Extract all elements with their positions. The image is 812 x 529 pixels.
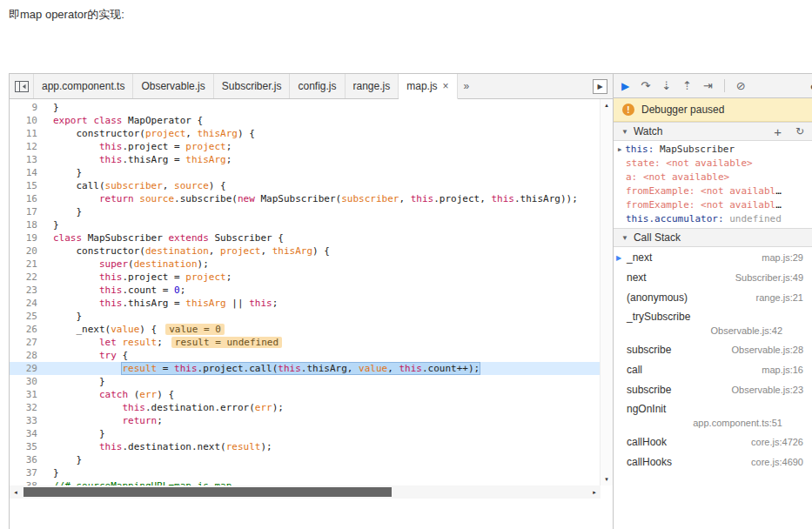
scroll-down-icon[interactable]: ▾: [601, 476, 613, 483]
watch-section-header[interactable]: ▼ Watch + ↻: [614, 122, 812, 141]
code-text[interactable]: }: [46, 101, 59, 114]
line-number[interactable]: 34: [10, 427, 46, 440]
stack-frame-call[interactable]: callmap.js:16: [614, 359, 812, 379]
code-text[interactable]: this.count = 0;: [46, 284, 185, 297]
frame-location[interactable]: core.js:4690: [744, 457, 803, 467]
code-text[interactable]: let result;result = undefined: [46, 336, 282, 349]
line-number[interactable]: 29: [10, 362, 46, 375]
stack-frame-callHooks[interactable]: callHookscore.js:4690: [614, 452, 812, 472]
line-number[interactable]: 35: [10, 440, 46, 453]
line-number[interactable]: 22: [10, 271, 46, 284]
scroll-right-icon[interactable]: ▸: [588, 489, 601, 496]
frame-location[interactable]: range.js:21: [749, 292, 803, 303]
code-text[interactable]: return source.subscribe(new MapSubscribe…: [46, 192, 578, 205]
watch-item-this.accumulator[interactable]: this.accumulator: undefined: [614, 212, 812, 226]
resume-icon[interactable]: ▶: [621, 80, 629, 92]
code-text[interactable]: }: [46, 310, 82, 323]
line-number[interactable]: 26: [10, 323, 46, 336]
code-text[interactable]: constructor(project, thisArg) {: [46, 127, 255, 140]
stack-frame-subscribe[interactable]: subscribeObservable.js:28: [614, 339, 812, 359]
frame-location[interactable]: app.component.ts:51: [627, 418, 803, 428]
watch-item-state[interactable]: state: <not available>: [614, 157, 812, 171]
scrollbar-track[interactable]: [22, 485, 588, 499]
line-number[interactable]: 14: [10, 166, 46, 179]
code-text[interactable]: catch (err) {: [46, 388, 174, 401]
code-text[interactable]: return;: [46, 414, 163, 427]
frame-location[interactable]: Observable.js:23: [724, 385, 803, 395]
code-text[interactable]: }: [46, 453, 82, 466]
step-into-icon[interactable]: ⇣: [661, 79, 671, 92]
tab-app.component.ts[interactable]: app.component.ts: [34, 74, 133, 98]
line-number[interactable]: 10: [10, 114, 46, 127]
watch-item-this[interactable]: ▶this: MapSubscriber: [614, 143, 812, 157]
tab-Subscriber.js[interactable]: Subscriber.js: [214, 74, 291, 98]
code-text[interactable]: this.project = project;: [46, 140, 232, 153]
frame-location[interactable]: Subscriber.js:49: [728, 272, 803, 283]
frame-location[interactable]: core.js:4726: [744, 437, 803, 447]
frame-location[interactable]: Observable.js:28: [724, 345, 803, 355]
tab-range.js[interactable]: range.js: [346, 74, 399, 98]
line-number[interactable]: 17: [10, 205, 46, 218]
code-text[interactable]: }: [46, 218, 59, 231]
line-number[interactable]: 12: [10, 140, 46, 153]
scroll-left-icon[interactable]: ◂: [10, 489, 22, 496]
line-number[interactable]: 24: [10, 297, 46, 310]
watch-item-fromExample[interactable]: fromExample: <not available>: [614, 184, 812, 198]
stack-frame-(anonymous)[interactable]: (anonymous)range.js:21: [614, 287, 812, 307]
code-text[interactable]: super(destination);: [46, 258, 209, 271]
call-stack-section-header[interactable]: ▼ Call Stack: [614, 228, 812, 247]
editor-horizontal-scrollbar[interactable]: ◂ ▸: [10, 485, 601, 499]
line-number[interactable]: 23: [10, 284, 46, 297]
code-text[interactable]: this.destination.error(err);: [46, 401, 284, 414]
stack-frame-ngOnInit[interactable]: ngOnInitapp.component.ts:51: [614, 399, 812, 432]
code-text[interactable]: }: [46, 427, 105, 440]
code-text[interactable]: this.destination.next(result);: [46, 440, 272, 453]
watch-item-a[interactable]: a: <not available>: [614, 171, 812, 184]
stack-frame-subscribe[interactable]: subscribeObservable.js:23: [614, 379, 812, 399]
step-over-icon[interactable]: ↷: [641, 79, 650, 92]
code-text[interactable]: call(subscriber, source) {: [46, 179, 226, 192]
code-text[interactable]: this.thisArg = thisArg || this;: [46, 297, 278, 310]
line-number[interactable]: 11: [10, 127, 46, 140]
toggle-navigator-button[interactable]: [10, 74, 34, 98]
add-watch-icon[interactable]: +: [774, 125, 782, 138]
stack-frame-_next[interactable]: ▶_nextmap.js:29: [614, 247, 812, 267]
line-number[interactable]: 15: [10, 179, 46, 192]
line-number[interactable]: 33: [10, 414, 46, 427]
line-number[interactable]: 18: [10, 218, 46, 231]
code-text[interactable]: result = this.project.call(this.thisArg,…: [46, 362, 480, 375]
code-text[interactable]: this.project = project;: [46, 271, 232, 284]
scroll-up-icon[interactable]: ▴: [601, 102, 613, 109]
tab-Observable.js[interactable]: Observable.js: [133, 74, 213, 98]
deactivate-breakpoints-icon[interactable]: ⊘: [736, 79, 746, 92]
line-number[interactable]: 20: [10, 244, 46, 258]
code-text[interactable]: this.thisArg = thisArg;: [46, 153, 232, 166]
scrollbar-thumb[interactable]: [23, 487, 392, 497]
refresh-watch-icon[interactable]: ↻: [795, 125, 804, 137]
line-number[interactable]: 21: [10, 258, 46, 271]
code-text[interactable]: try {: [46, 349, 128, 362]
frame-location[interactable]: map.js:29: [755, 252, 803, 263]
code-text[interactable]: }: [46, 375, 105, 388]
line-number[interactable]: 16: [10, 192, 46, 205]
more-tabs-chevron-icon[interactable]: »: [458, 74, 476, 98]
tab-map.js[interactable]: map.js×: [399, 74, 457, 99]
code-text[interactable]: _next(value) {value = 0: [46, 323, 225, 336]
line-number[interactable]: 30: [10, 375, 46, 388]
watch-item-fromExample[interactable]: fromExample: <not available>: [614, 198, 812, 212]
code-text[interactable]: }: [46, 166, 82, 179]
line-number[interactable]: 13: [10, 153, 46, 166]
expand-icon[interactable]: ▶: [618, 143, 621, 157]
tab-close-icon[interactable]: ×: [443, 80, 449, 92]
line-number[interactable]: 37: [10, 466, 46, 479]
step-icon[interactable]: ⇥: [703, 79, 713, 92]
code-text[interactable]: export class MapOperator {: [46, 114, 203, 127]
stack-frame-next[interactable]: nextSubscriber.js:49: [614, 267, 812, 287]
stack-frame-callHook[interactable]: callHookcore.js:4726: [614, 432, 812, 452]
line-number[interactable]: 36: [10, 453, 46, 466]
tab-scroll-right-button[interactable]: ▶: [593, 79, 607, 94]
line-number[interactable]: 25: [10, 310, 46, 323]
frame-location[interactable]: map.js:16: [755, 365, 803, 375]
tab-config.js[interactable]: config.js: [290, 74, 345, 98]
line-number[interactable]: 27: [10, 336, 46, 349]
